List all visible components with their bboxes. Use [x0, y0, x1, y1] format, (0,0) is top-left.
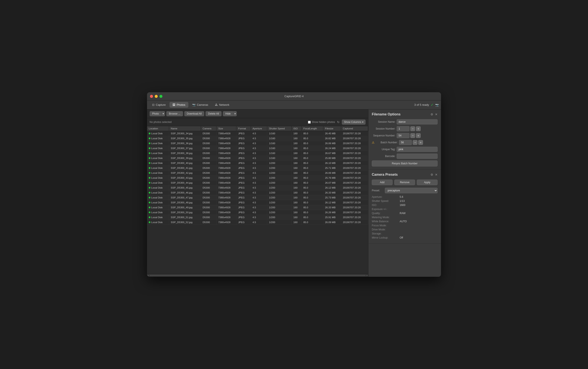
cell-2-1: SSP_D5300_36.jpg [169, 141, 201, 146]
unique-tag-input[interactable] [397, 147, 438, 152]
check-icon: ✓ [431, 103, 433, 107]
filename-options-icons: ⚙ ✕ [431, 113, 438, 116]
status-dot [149, 177, 150, 179]
tab-photos[interactable]: 🖼 Photos [169, 102, 188, 108]
batch-number-input[interactable] [399, 140, 412, 145]
session-number-increment[interactable]: + [416, 126, 421, 131]
cell-17-2: D5300 [201, 215, 216, 220]
exposure-label: Exposure +/-: [372, 208, 400, 211]
photo-table-container[interactable]: Location Name Camera Size Format Apertur… [147, 126, 368, 274]
table-row[interactable]: Local DiskSSP_D5300_34.jpgD53007380x4928… [147, 131, 368, 136]
table-row[interactable]: Local DiskSSP_D5300_47.jpgD53007380x4928… [147, 195, 368, 200]
table-row[interactable]: Local DiskSSP_D5300_41.jpgD53007380x4928… [147, 166, 368, 171]
tab-network[interactable]: 🖧 Network [212, 102, 232, 108]
tab-capture[interactable]: ⊡ Capture [149, 102, 169, 108]
status-dot [149, 197, 150, 198]
hide-button[interactable]: Hide [223, 111, 233, 116]
cell-16-8: 85.0 [302, 210, 323, 215]
cell-7-0: Local Disk [147, 166, 169, 171]
sequence-number-input[interactable] [397, 133, 410, 138]
table-row[interactable]: Local DiskSSP_D5300_52.jpgD53007380x4928… [147, 220, 368, 225]
maximize-button[interactable] [159, 95, 162, 98]
horizontal-scrollbar[interactable]: ◂ ▸ [147, 274, 368, 277]
browse-button[interactable]: Browse ... [166, 111, 183, 116]
remove-preset-button[interactable]: Remove [394, 180, 415, 185]
table-row[interactable]: Local DiskSSP_D5300_49.jpgD53007380x4928… [147, 205, 368, 210]
cell-6-7: 160 [292, 161, 302, 166]
tab-cameras[interactable]: 📷 Cameras [189, 102, 211, 108]
cell-11-10: 20190707 20:28 [341, 185, 368, 190]
cell-17-6: 1/200 [267, 215, 292, 220]
cell-5-4: JPEG [236, 156, 251, 161]
cell-9-10: 20190707 20:28 [341, 175, 368, 180]
col-filesize: Filesize [323, 126, 341, 131]
batch-number-label: Batch Number: [376, 141, 398, 144]
table-row[interactable]: Local DiskSSP_D5300_48.jpgD53007380x4928… [147, 200, 368, 205]
cell-12-3: 7380x4928 [216, 190, 236, 195]
table-row[interactable]: Local DiskSSP_D5300_38.jpgD53007380x4928… [147, 151, 368, 156]
minimize-button[interactable] [155, 95, 158, 98]
photo-dropdown-arrow[interactable]: ▾ [161, 111, 165, 116]
cell-7-7: 160 [292, 166, 302, 171]
camera-presets-settings-icon[interactable]: ⚙ [431, 173, 433, 176]
camera-presets-close-icon[interactable]: ✕ [435, 173, 438, 176]
hide-dropdown-arrow[interactable]: ▾ [233, 111, 237, 116]
cell-5-6: 1/160 [267, 156, 292, 161]
delete-all-button[interactable]: Delete All [206, 111, 222, 116]
cell-0-3: 7380x4928 [216, 131, 236, 136]
preset-select[interactable]: precapture [385, 188, 438, 193]
session-name-input[interactable] [397, 119, 438, 124]
status-dot [149, 172, 150, 174]
table-row[interactable]: Local DiskSSP_D5300_37.jpgD53007380x4928… [147, 146, 368, 151]
col-size: Size [216, 126, 236, 131]
table-row[interactable]: Local DiskSSP_D5300_45.jpgD53007380x4928… [147, 185, 368, 190]
aperture-label: Aperture: [372, 195, 400, 198]
cell-11-8: 85.0 [302, 185, 323, 190]
cell-9-2: D5300 [201, 175, 216, 180]
scroll-right-arrow[interactable]: ▸ [367, 274, 368, 277]
table-row[interactable]: Local DiskSSP_D5300_35.jpgD53007380x4928… [147, 136, 368, 141]
cell-8-7: 160 [292, 171, 302, 175]
table-row[interactable]: Local DiskSSP_D5300_46.jpgD53007380x4928… [147, 190, 368, 195]
cell-9-8: 85.0 [302, 175, 323, 180]
table-row[interactable]: Local DiskSSP_D5300_50.jpgD53007380x4928… [147, 210, 368, 215]
table-row[interactable]: Local DiskSSP_D5300_51.jpgD53007380x4928… [147, 215, 368, 220]
sequence-number-decrement[interactable]: − [410, 133, 415, 138]
table-row[interactable]: Local DiskSSP_D5300_43.jpgD53007380x4928… [147, 175, 368, 180]
cell-14-5: 4.5 [251, 200, 267, 205]
download-all-button[interactable]: Download All [184, 111, 204, 116]
table-row[interactable]: Local DiskSSP_D5300_40.jpgD53007380x4928… [147, 161, 368, 166]
apply-preset-button[interactable]: Apply [417, 180, 438, 185]
photo-button[interactable]: Photo [150, 111, 161, 116]
filename-settings-icon[interactable]: ⚙ [431, 113, 433, 116]
cell-13-10: 20190707 20:28 [341, 195, 368, 200]
cell-17-5: 4.5 [251, 215, 267, 220]
cell-0-6: 1/160 [267, 131, 292, 136]
show-hidden-checkbox[interactable] [308, 121, 311, 123]
cell-9-9: 25.76 MB [323, 175, 341, 180]
cell-2-4: JPEG [236, 141, 251, 146]
cell-15-10: 20190707 20:28 [341, 205, 368, 210]
resync-batch-number-button[interactable]: Resync Batch Number [372, 161, 438, 166]
show-columns-button[interactable]: Show Columns ▾ [342, 120, 366, 125]
session-number-input[interactable] [397, 126, 410, 131]
batch-number-increment[interactable]: + [418, 140, 423, 145]
table-row[interactable]: Local DiskSSP_D5300_36.jpgD53007380x4928… [147, 141, 368, 146]
table-row[interactable]: Local DiskSSP_D5300_42.jpgD53007380x4928… [147, 171, 368, 175]
barcode-input[interactable] [397, 154, 438, 159]
table-row[interactable]: Local DiskSSP_D5300_44.jpgD53007380x4928… [147, 180, 368, 185]
filename-close-icon[interactable]: ✕ [435, 113, 438, 116]
metering-mode-label: Metering Mode: [372, 216, 400, 219]
batch-number-decrement[interactable]: − [413, 140, 417, 145]
refresh-icon[interactable]: ↻ [337, 120, 340, 124]
sequence-number-increment[interactable]: + [416, 133, 421, 138]
scroll-left-arrow[interactable]: ◂ [147, 274, 148, 277]
close-button[interactable] [150, 95, 153, 98]
cell-3-2: D5300 [201, 146, 216, 151]
table-row[interactable]: Local DiskSSP_D5300_39.jpgD53007380x4928… [147, 156, 368, 161]
col-focal: FocalLength [302, 126, 323, 131]
add-preset-button[interactable]: Add [372, 180, 392, 185]
cell-10-0: Local Disk [147, 180, 169, 185]
session-number-decrement[interactable]: − [410, 126, 415, 131]
unique-tag-row: Unique Tag: [372, 147, 438, 152]
